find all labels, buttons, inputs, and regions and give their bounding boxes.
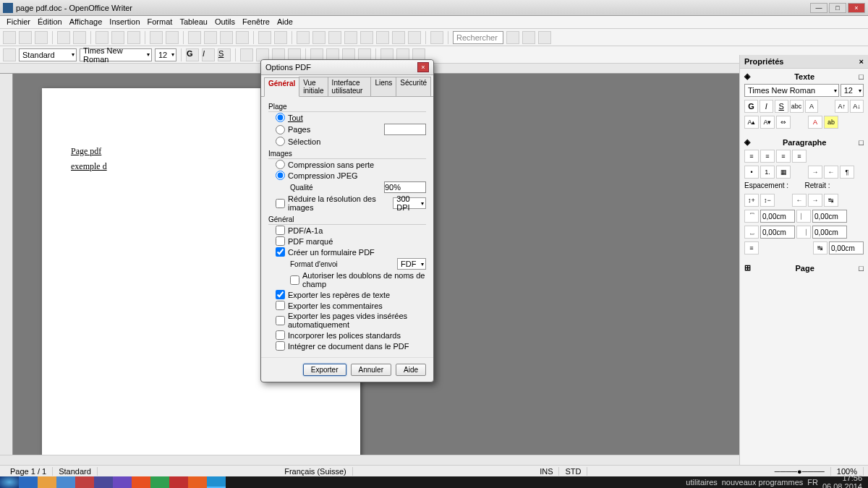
tagged-checkbox[interactable] [276, 236, 285, 246]
range-selection-radio[interactable] [276, 137, 285, 146]
text-section-header[interactable]: Texte [794, 72, 814, 81]
jpeg-radio[interactable] [276, 171, 285, 180]
space-above-icon[interactable]: ⎴ [744, 210, 759, 223]
underline-icon[interactable]: S [218, 48, 231, 61]
help-icon[interactable] [430, 31, 443, 44]
mail-icon[interactable] [57, 31, 70, 44]
taskbar-app5-icon[interactable] [132, 476, 150, 488]
edit-icon[interactable] [73, 31, 86, 44]
pdf-icon[interactable] [95, 31, 109, 44]
start-button[interactable] [0, 476, 19, 488]
taskbar-openoffice-icon[interactable] [207, 476, 226, 488]
tray-nouveaux[interactable]: nouveaux programmes [722, 478, 804, 487]
print-icon[interactable] [111, 31, 124, 44]
blank-pages-checkbox[interactable] [276, 316, 285, 325]
datasource-icon[interactable] [376, 31, 389, 44]
zoom-icon[interactable] [408, 31, 421, 44]
expand-icon[interactable]: □ [859, 264, 864, 273]
super-icon[interactable]: A↑ [835, 100, 848, 113]
indent-left-field[interactable] [812, 210, 847, 223]
shrink-icon[interactable]: A▾ [760, 116, 775, 129]
taskbar-app-icon[interactable] [56, 476, 75, 488]
hanging-icon[interactable]: ¶ [840, 166, 854, 179]
close-button[interactable]: × [848, 3, 865, 13]
inc-indent-icon[interactable]: → [808, 166, 822, 179]
align-justify-icon[interactable]: ≡ [792, 150, 807, 163]
brush-icon[interactable] [236, 31, 249, 44]
navigator-icon[interactable] [344, 31, 357, 44]
dup-names-checkbox[interactable] [290, 275, 299, 285]
insert-mode[interactable]: INS [534, 467, 559, 476]
gallery-icon[interactable] [360, 31, 373, 44]
indent-right-field[interactable] [812, 226, 847, 239]
menu-affichage[interactable]: Affichage [67, 17, 105, 27]
spacing-icon[interactable]: ⇔ [776, 116, 791, 129]
autocheck-icon[interactable] [166, 31, 179, 44]
grow-icon[interactable]: A▴ [744, 116, 759, 129]
paragraph-section-header[interactable]: Paragraphe [783, 138, 827, 147]
numbers-icon[interactable]: 1. [760, 166, 775, 179]
tab-security[interactable]: Sécurité [396, 77, 431, 96]
preview-icon[interactable] [127, 31, 140, 44]
clock-date[interactable]: 06.08.2014 [822, 482, 862, 488]
taskbar-app2-icon[interactable] [75, 476, 94, 488]
sidebar-size-combo[interactable]: 12 [841, 84, 864, 97]
highlight-color-icon[interactable]: ab [824, 116, 838, 129]
pages-field[interactable] [384, 124, 426, 135]
submit-format-combo[interactable]: FDF [397, 258, 426, 270]
tray-utilitaires[interactable]: utilitaires [686, 478, 717, 487]
italic-icon[interactable]: I [202, 48, 215, 61]
reduce-res-checkbox[interactable] [276, 199, 285, 208]
dec-indent2-icon[interactable]: → [808, 194, 822, 207]
menu-outils[interactable]: Outils [213, 17, 237, 27]
pdfa-checkbox[interactable] [276, 226, 285, 235]
horizontal-scrollbar[interactable] [0, 455, 739, 465]
taskbar-chrome-icon[interactable] [150, 476, 169, 488]
menu-fenetre[interactable]: Fenêtre [240, 17, 272, 27]
menu-fichier[interactable]: Fichier [4, 17, 33, 27]
space-below-field[interactable] [760, 226, 795, 239]
range-all-radio[interactable] [276, 113, 285, 122]
nonprint-icon[interactable] [392, 31, 405, 44]
expand-icon[interactable]: □ [859, 72, 864, 81]
italic-icon[interactable]: I [760, 100, 773, 113]
hybrid-checkbox[interactable] [276, 341, 285, 351]
bookmarks-checkbox[interactable] [276, 290, 285, 299]
dpi-combo[interactable]: 300 DPI [393, 197, 426, 209]
line-spacing-icon[interactable]: ≡ [744, 241, 759, 254]
space-above-field[interactable] [760, 210, 795, 223]
table-icon[interactable] [312, 31, 326, 44]
form-checkbox[interactable] [276, 247, 285, 257]
horizontal-ruler[interactable] [0, 64, 868, 74]
expand-icon[interactable]: □ [859, 138, 864, 147]
copy-icon[interactable] [204, 31, 217, 44]
align-left-icon[interactable]: ≡ [744, 150, 759, 163]
taskbar-explorer-icon[interactable] [38, 476, 56, 488]
tab-ui[interactable]: Interface utilisateur [328, 77, 372, 96]
clock-time[interactable]: 17:56 [822, 474, 862, 482]
taskbar-app6-icon[interactable] [169, 476, 188, 488]
spellcheck-icon[interactable] [150, 31, 163, 44]
tab-general[interactable]: Général [264, 77, 299, 97]
paste-icon[interactable] [220, 31, 233, 44]
tab-initial-view[interactable]: Vue initiale [299, 77, 328, 96]
bullets-icon[interactable]: • [744, 166, 759, 179]
shadow-icon[interactable]: A [805, 100, 819, 113]
align-center-icon[interactable]: ≡ [760, 150, 775, 163]
comments-checkbox[interactable] [276, 301, 285, 310]
draw-icon[interactable] [328, 31, 341, 44]
page-counter[interactable]: Page 1 / 1 [4, 467, 53, 476]
align-left-icon[interactable] [240, 48, 253, 61]
maximize-button[interactable]: □ [829, 3, 846, 13]
inc-space-icon[interactable]: ↕+ [744, 194, 759, 207]
sub-icon[interactable]: A↓ [850, 100, 864, 113]
tray-lang[interactable]: FR [807, 478, 818, 487]
page-section-header[interactable]: Page [796, 264, 814, 273]
undo-icon[interactable] [258, 31, 271, 44]
bold-icon[interactable]: G [186, 48, 199, 61]
search-opt-icon[interactable] [538, 31, 551, 44]
taskbar-app3-icon[interactable] [94, 476, 113, 488]
font-combo[interactable]: Times New Roman [80, 48, 152, 61]
selection-mode[interactable]: STD [559, 467, 587, 476]
vertical-ruler[interactable] [0, 74, 13, 465]
